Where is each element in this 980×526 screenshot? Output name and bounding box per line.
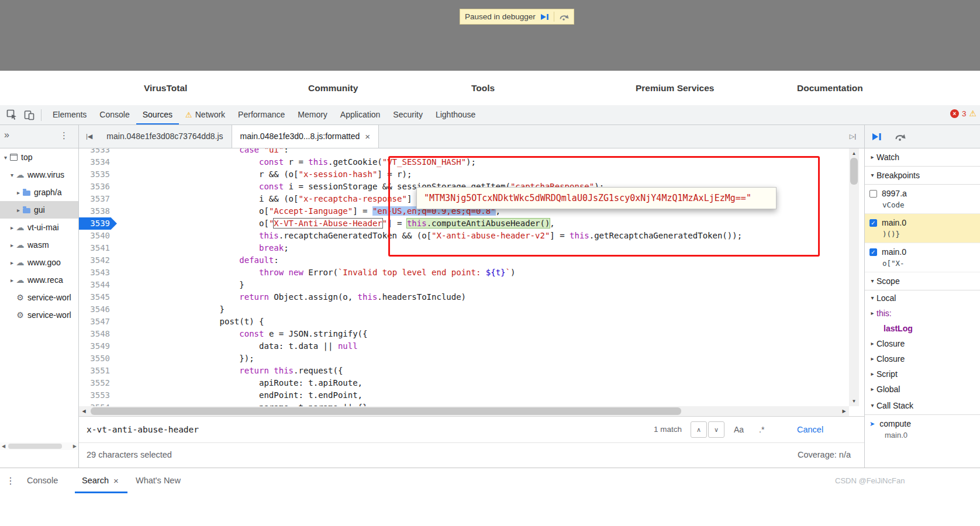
expander-down-icon[interactable]: ▾: [868, 290, 877, 306]
expander-right-icon[interactable]: ▸: [15, 207, 22, 213]
scroll-left-icon[interactable]: ◀: [79, 406, 89, 416]
devtools-tab-memory[interactable]: Memory: [291, 105, 334, 124]
line-number[interactable]: 3551: [79, 365, 117, 377]
scope-row-closure[interactable]: ▸Closure: [865, 336, 980, 351]
expander-right-icon[interactable]: ▸: [868, 306, 877, 321]
drawer-tab-console[interactable]: Console: [27, 468, 58, 493]
scrollbar-thumb[interactable]: [850, 158, 858, 185]
code-text[interactable]: break;: [117, 242, 289, 254]
expander-right-icon[interactable]: ▸: [8, 242, 16, 248]
code-text[interactable]: default:: [117, 254, 279, 267]
hide-navigator-icon[interactable]: |◀: [86, 133, 92, 140]
scrollbar-thumb[interactable]: [8, 444, 62, 449]
drawer-menu-icon[interactable]: ⋮: [6, 468, 15, 493]
code-text[interactable]: endPoint: t.endPoint,: [117, 389, 363, 402]
expander-right-icon[interactable]: ▸: [868, 382, 877, 397]
site-nav-tools[interactable]: Tools: [471, 71, 495, 105]
line-number[interactable]: 3538: [79, 205, 117, 217]
line-number[interactable]: 3543: [79, 267, 117, 279]
line-number[interactable]: 3541: [79, 242, 117, 254]
code-text[interactable]: case "ui":: [117, 148, 289, 156]
scope-row-closure[interactable]: ▸Closure: [865, 351, 980, 366]
more-tabs-icon[interactable]: »: [4, 130, 9, 140]
file-tree-item-service-worl[interactable]: ⚙service-worl: [0, 289, 78, 306]
cancel-button[interactable]: Cancel: [797, 417, 823, 442]
line-number[interactable]: 3546: [79, 303, 117, 316]
line-number[interactable]: 3548: [79, 328, 117, 340]
breakpoint-entry[interactable]: ✓main.0)()}: [865, 214, 980, 243]
line-number[interactable]: 3533: [79, 148, 117, 156]
issue-badges[interactable]: × 3 ⚠: [950, 109, 976, 118]
breakpoint-line-number[interactable]: 3539: [79, 217, 117, 230]
expander-right-icon[interactable]: ▸: [868, 351, 877, 366]
breakpoint-entry[interactable]: 8997.avCode: [865, 185, 980, 214]
file-tree-item-www-virus[interactable]: ▾☁www.virus: [0, 166, 78, 184]
file-tree-item-wasm[interactable]: ▸☁wasm: [0, 236, 78, 254]
code-text[interactable]: post(t) {: [117, 316, 264, 328]
resume-script-icon[interactable]: [872, 133, 882, 141]
expander-right-icon[interactable]: ▸: [8, 224, 16, 231]
close-tab-icon[interactable]: ×: [113, 476, 119, 486]
code-text[interactable]: r && (o["x-session-hash"] = r);: [117, 168, 412, 181]
regex-button[interactable]: .*: [759, 417, 764, 442]
device-toolbar-icon[interactable]: [23, 109, 35, 121]
code-text[interactable]: data: t.data || null: [117, 340, 358, 352]
previous-match-button[interactable]: ∧: [691, 421, 707, 438]
pretty-print-icon[interactable]: ▷|: [850, 125, 856, 148]
line-number[interactable]: 3547: [79, 316, 117, 328]
scope-row-global[interactable]: ▸Global: [865, 382, 980, 397]
code-text[interactable]: const e = JSON.stringify({: [117, 328, 367, 340]
editor-tab-main-js-formatted[interactable]: main.048e1fe3d0...8.js:formatted ×: [232, 125, 379, 148]
site-nav-community[interactable]: Community: [308, 71, 358, 105]
navigator-horizontal-scrollbar[interactable]: ◀ ▶: [0, 442, 78, 450]
inspect-element-icon[interactable]: [6, 109, 18, 121]
drawer-tab-search[interactable]: Search ×: [82, 468, 119, 493]
match-case-button[interactable]: Aa: [734, 417, 744, 442]
scope-row-this-[interactable]: ▸this:: [865, 306, 980, 321]
line-number[interactable]: 3540: [79, 230, 117, 242]
breakpoint-checkbox[interactable]: [869, 190, 877, 198]
line-number[interactable]: 3544: [79, 279, 117, 291]
search-input[interactable]: x-vt-anti-abuse-header: [87, 417, 199, 442]
file-tree-item-www-reca[interactable]: ▸☁www.reca: [0, 271, 78, 289]
line-number[interactable]: 3552: [79, 377, 117, 389]
devtools-tab-performance[interactable]: Performance: [232, 105, 291, 124]
scroll-down-icon[interactable]: ▼: [849, 396, 859, 406]
watch-section-header[interactable]: ▸ Watch: [865, 148, 980, 167]
scope-row-script[interactable]: ▸Script: [865, 366, 980, 382]
navigator-menu-icon[interactable]: ⋮: [60, 130, 68, 141]
file-tree-item-top[interactable]: ▾top: [0, 148, 78, 166]
line-number[interactable]: 3545: [79, 291, 117, 303]
devtools-tab-elements[interactable]: Elements: [46, 105, 93, 124]
scrollbar-thumb[interactable]: [91, 407, 681, 415]
close-tab-icon[interactable]: ×: [365, 125, 370, 148]
resume-script-icon[interactable]: [540, 13, 549, 20]
line-number[interactable]: 3554: [79, 402, 117, 406]
line-number[interactable]: 3553: [79, 389, 117, 402]
breakpoints-section-header[interactable]: ▾ Breakpoints: [865, 167, 980, 185]
scope-row-local[interactable]: ▾Local: [865, 290, 980, 306]
line-number[interactable]: 3534: [79, 156, 117, 168]
step-over-icon[interactable]: [895, 132, 906, 141]
devtools-tab-application[interactable]: Application: [334, 105, 387, 124]
editor-vertical-scrollbar[interactable]: ▲ ▼: [849, 148, 859, 406]
site-nav-premium-services[interactable]: Premium Services: [636, 71, 714, 105]
site-nav-documentation[interactable]: Documentation: [797, 71, 863, 105]
call-stack-section-header[interactable]: ▾ Call Stack: [865, 397, 980, 415]
file-tree-item-vt-ui-mai[interactable]: ▸☁vt-ui-mai: [0, 219, 78, 236]
devtools-tab-network[interactable]: ⚠Network: [179, 105, 232, 124]
call-stack-frame[interactable]: ➤ compute main.0: [865, 415, 980, 440]
scope-row-lastlog[interactable]: lastLog: [865, 321, 980, 336]
file-tree-item-gui[interactable]: ▸gui: [0, 201, 78, 219]
step-over-icon[interactable]: [559, 13, 569, 20]
expander-right-icon[interactable]: ▸: [8, 277, 16, 283]
code-text[interactable]: }: [117, 279, 244, 291]
editor-horizontal-scrollbar[interactable]: ◀ ▶: [79, 406, 849, 416]
breakpoint-entry[interactable]: ✓main.0o["X-: [865, 243, 980, 272]
code-text[interactable]: apiRoute: t.apiRoute,: [117, 377, 363, 389]
expander-right-icon[interactable]: ▸: [868, 336, 877, 351]
code-text[interactable]: });: [117, 352, 254, 365]
code-text[interactable]: return Object.assign(o, this.headersToIn…: [117, 291, 466, 303]
expander-right-icon[interactable]: ▸: [8, 259, 16, 266]
devtools-tab-console[interactable]: Console: [93, 105, 136, 124]
